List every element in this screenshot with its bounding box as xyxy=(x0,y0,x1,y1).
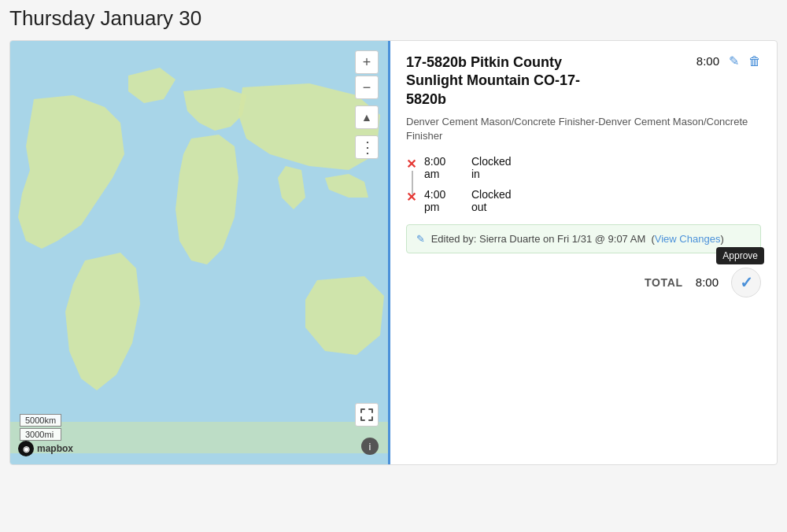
zoom-out-button[interactable]: − xyxy=(355,76,379,99)
delete-button[interactable]: 🗑 xyxy=(748,54,761,68)
clock-in-status: Clockedin xyxy=(471,155,512,180)
map-info-button[interactable]: i xyxy=(361,438,379,455)
page-wrapper: Thursday January 30 xyxy=(0,0,787,532)
fullscreen-button[interactable] xyxy=(355,403,379,427)
layers-button[interactable]: ⋮ xyxy=(355,135,379,159)
mapbox-logo-icon: ◉ xyxy=(18,441,34,456)
compass-button[interactable]: ▲ xyxy=(355,105,379,129)
mapbox-logo: ◉ mapbox xyxy=(18,441,73,456)
clock-out-x-icon[interactable]: ✕ xyxy=(406,190,416,205)
detail-footer: TOTAL 8:00 Approve ✓ xyxy=(406,268,761,297)
edited-box: ✎ Edited by: Sierra Duarte on Fri 1/31 @… xyxy=(406,224,761,253)
edited-icon: ✎ xyxy=(416,233,425,245)
scale-mi: 3000mi xyxy=(20,428,61,441)
clock-out-entry: ✕ 4:00pm Clockedout xyxy=(406,188,761,213)
map-controls: + − ▲ ⋮ xyxy=(355,50,379,159)
content-area: + − ▲ ⋮ 5000km 3000mi ◉ mapbox xyxy=(9,40,778,465)
detail-time-area: 8:00 ✎ 🗑 xyxy=(696,54,761,68)
clock-out-status: Clockedout xyxy=(471,188,512,213)
map-section: + − ▲ ⋮ 5000km 3000mi ◉ mapbox xyxy=(10,41,388,464)
detail-time: 8:00 xyxy=(696,54,719,68)
clock-out-time: 4:00pm xyxy=(424,188,464,213)
view-changes-link[interactable]: View Changes xyxy=(655,233,721,245)
approve-checkmark-icon: ✓ xyxy=(740,273,753,292)
approve-button[interactable]: ✓ xyxy=(731,268,761,297)
detail-section: 17-5820b Pitkin County Sunlight Mountain… xyxy=(388,41,777,464)
delete-icon: 🗑 xyxy=(748,54,761,68)
mapbox-logo-text: mapbox xyxy=(37,443,73,454)
time-entries: ✕ 8:00am Clockedin ✕ 4:00pm Clockedout xyxy=(406,155,761,213)
edited-text: Edited by: Sierra Duarte on Fri 1/31 @ 9… xyxy=(431,233,646,245)
total-label: TOTAL xyxy=(645,276,683,289)
info-icon: i xyxy=(369,441,371,453)
map-scale: 5000km 3000mi xyxy=(20,414,61,441)
page-title: Thursday January 30 xyxy=(9,6,778,31)
map-svg xyxy=(10,41,388,464)
zoom-in-button[interactable]: + xyxy=(355,50,379,74)
detail-subtitle: Denver Cement Mason/Concrete Finisher-De… xyxy=(406,115,761,143)
fullscreen-icon xyxy=(360,408,373,421)
detail-header: 17-5820b Pitkin County Sunlight Mountain… xyxy=(406,54,761,109)
total-value: 8:00 xyxy=(696,275,719,289)
clock-in-x-icon[interactable]: ✕ xyxy=(406,157,416,172)
approve-tooltip: Approve xyxy=(716,247,764,264)
edit-icon: ✎ xyxy=(729,54,739,68)
detail-title: 17-5820b Pitkin County Sunlight Mountain… xyxy=(406,54,611,109)
clock-in-entry: ✕ 8:00am Clockedin xyxy=(406,155,761,180)
scale-km: 5000km xyxy=(20,414,61,427)
edit-button[interactable]: ✎ xyxy=(729,54,739,68)
approve-area: Approve ✓ xyxy=(731,268,761,297)
clock-in-time: 8:00am xyxy=(424,155,464,180)
